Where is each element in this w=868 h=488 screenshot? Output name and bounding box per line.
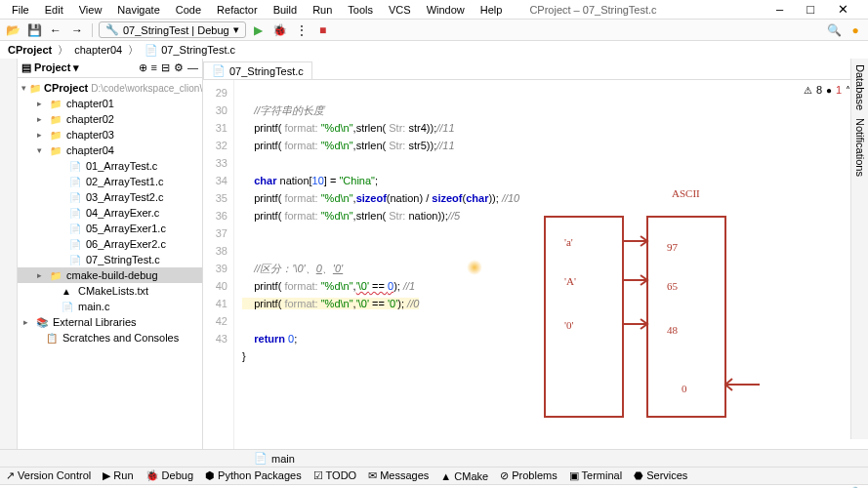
- rtab-database[interactable]: Database: [853, 64, 866, 110]
- project-panel: ▤ Project ▾ ⊕ ≡ ⊟ ⚙ — ▾📁CProject D:\code…: [18, 59, 203, 449]
- crumb-project[interactable]: CProject: [8, 44, 52, 56]
- menu-help[interactable]: Help: [473, 2, 511, 18]
- tree-file[interactable]: 📄01_ArrayTest.c: [18, 158, 202, 174]
- menu-tools[interactable]: Tools: [340, 2, 381, 18]
- crumb-file[interactable]: 📄 07_StringTest.c: [145, 44, 235, 57]
- settings-icon[interactable]: ⚙: [174, 61, 184, 74]
- tw-messages[interactable]: ✉ Messages: [368, 469, 429, 482]
- tree-file[interactable]: 📄03_ArrayTest2.c: [18, 189, 202, 205]
- menu-run[interactable]: Run: [305, 2, 340, 18]
- tw-run[interactable]: ▶ Run: [103, 469, 133, 482]
- editor-tabs: 📄 07_StringTest.c: [203, 59, 868, 80]
- run-config-select[interactable]: 🔧 07_StringTest | Debug ▾: [99, 21, 246, 38]
- minimize-icon[interactable]: –: [768, 0, 791, 19]
- debug-icon[interactable]: 🐞: [271, 21, 289, 39]
- stop-icon[interactable]: ■: [314, 21, 332, 39]
- profile-icon[interactable]: ●: [847, 21, 864, 39]
- tool-window-bar: ↗ Version Control ▶ Run 🐞 Debug ⬢ Python…: [0, 467, 868, 484]
- main-toolbar: 📂 💾 ← → 🔧 07_StringTest | Debug ▾ ▶ 🐞 ⋮ …: [0, 20, 868, 41]
- more-run-icon[interactable]: ⋮: [293, 21, 310, 39]
- tree-root[interactable]: ▾📁CProject D:\code\workspace_clion\CProj…: [18, 80, 202, 96]
- tw-python[interactable]: ⬢ Python Packages: [205, 469, 302, 482]
- right-gutter: Database Notifications: [850, 59, 868, 439]
- line-gutter: 293031323334353637383940414243: [203, 80, 234, 449]
- back-icon[interactable]: ←: [47, 21, 64, 39]
- tab-active[interactable]: 📄 07_StringTest.c: [203, 61, 312, 79]
- tw-problems[interactable]: ⊘ Problems: [500, 469, 558, 482]
- menu-view[interactable]: View: [71, 2, 110, 18]
- menu-navigate[interactable]: Navigate: [109, 2, 167, 18]
- save-icon[interactable]: 💾: [25, 21, 43, 39]
- rtab-notifications[interactable]: Notifications: [853, 118, 866, 177]
- crumb-folder[interactable]: chapter04: [74, 44, 122, 56]
- tree-ext-libs[interactable]: ▸📚External Libraries: [18, 314, 202, 330]
- select-opened-icon[interactable]: ⊕: [139, 61, 147, 74]
- collapse-icon[interactable]: ⊟: [161, 61, 170, 74]
- tw-debug[interactable]: 🐞 Debug: [145, 469, 193, 482]
- expand-all-icon[interactable]: ≡: [151, 61, 157, 74]
- tree-dir[interactable]: ▸📁chapter02: [18, 111, 202, 127]
- forward-icon[interactable]: →: [68, 21, 86, 39]
- tree-dir[interactable]: ▸📁chapter01: [18, 96, 202, 111]
- editor-area: 📄 07_StringTest.c 2930313233343536373839…: [203, 59, 868, 449]
- code-editor[interactable]: 293031323334353637383940414243 //字符串的长度 …: [203, 80, 868, 449]
- subtab-main[interactable]: main: [271, 453, 295, 465]
- menu-window[interactable]: Window: [419, 2, 473, 18]
- menu-build[interactable]: Build: [266, 2, 305, 18]
- tree-file[interactable]: 📄06_ArrayExer2.c: [18, 236, 202, 252]
- tw-terminal[interactable]: ▣ Terminal: [569, 469, 622, 482]
- window-title: CProject – 07_StringTest.c: [521, 2, 664, 18]
- tree-file[interactable]: 📄main.c: [18, 299, 202, 314]
- menu-edit[interactable]: Edit: [37, 2, 71, 18]
- project-title: ▤ Project ▾: [21, 61, 79, 74]
- tree-file[interactable]: 📄02_ArrayTest1.c: [18, 174, 202, 189]
- maximize-icon[interactable]: □: [799, 0, 822, 19]
- hide-icon[interactable]: —: [187, 61, 198, 74]
- tw-services[interactable]: ⬣ Services: [634, 469, 687, 482]
- cursor-highlight: [467, 260, 482, 275]
- tree-file[interactable]: 📄05_ArrayExer1.c: [18, 221, 202, 236]
- menu-vcs[interactable]: VCS: [381, 2, 419, 18]
- tw-vcs[interactable]: ↗ Version Control: [6, 469, 91, 482]
- menu-code[interactable]: Code: [168, 2, 209, 18]
- tree-dir-open[interactable]: ▾📁chapter04: [18, 142, 202, 158]
- menu-bar: File Edit View Navigate Code Refactor Bu…: [0, 0, 868, 20]
- tree-file[interactable]: 📄04_ArrayExer.c: [18, 205, 202, 221]
- file-subtabs: 📄 main: [0, 449, 868, 467]
- status-bar: ▫ Build finished in 243 ms (moments ago)…: [0, 484, 868, 488]
- run-icon[interactable]: ▶: [250, 21, 268, 39]
- breadcrumb: CProject 〉 chapter04 〉 📄 07_StringTest.c: [0, 41, 868, 59]
- menu-refactor[interactable]: Refactor: [209, 2, 266, 18]
- close-icon[interactable]: ✕: [830, 0, 856, 19]
- tree-scratches[interactable]: 📋Scratches and Consoles: [18, 330, 202, 346]
- menu-file[interactable]: File: [4, 2, 37, 18]
- tw-cmake[interactable]: ▲ CMake: [440, 470, 488, 482]
- tw-todo[interactable]: ☑ TODO: [313, 469, 356, 482]
- left-gutter: [0, 59, 18, 449]
- tree-file[interactable]: 📄07_StringTest.c: [18, 252, 202, 267]
- open-icon[interactable]: 📂: [4, 21, 21, 39]
- tree-build-dir[interactable]: ▸📁cmake-build-debug: [18, 267, 202, 283]
- tree-file[interactable]: ▲CMakeLists.txt: [18, 283, 202, 299]
- tree-dir[interactable]: ▸📁chapter03: [18, 127, 202, 142]
- project-tree[interactable]: ▾📁CProject D:\code\workspace_clion\CProj…: [18, 78, 202, 449]
- search-icon[interactable]: 🔍: [825, 21, 843, 39]
